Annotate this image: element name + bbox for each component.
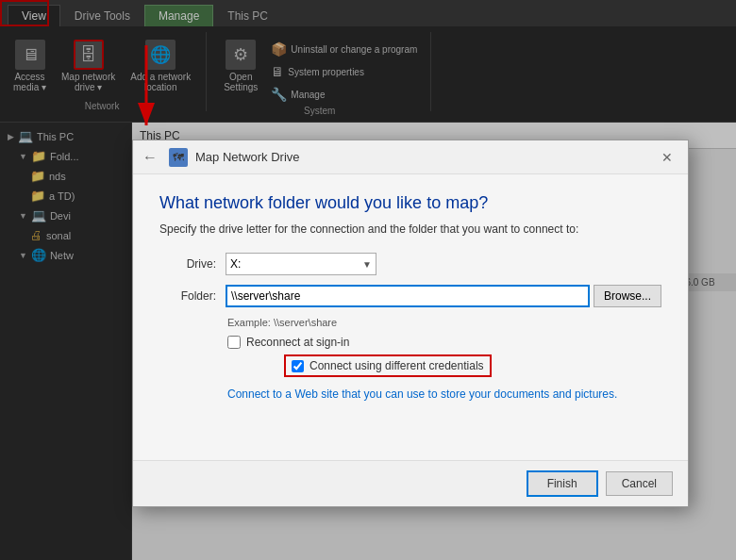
dialog-title-area: ← 🗺 Map Network Drive: [142, 148, 300, 167]
reconnect-label[interactable]: Reconnect at sign-in: [246, 336, 349, 349]
drive-label: Drive:: [159, 257, 216, 271]
close-icon: ✕: [661, 150, 673, 165]
browse-button[interactable]: Browse...: [594, 285, 661, 307]
folder-input-group: Browse...: [226, 285, 661, 307]
credentials-row: Connect using different credentials: [284, 354, 492, 377]
cancel-button[interactable]: Cancel: [606, 471, 673, 496]
finish-button[interactable]: Finish: [527, 470, 598, 497]
dialog-close-button[interactable]: ✕: [656, 146, 678, 169]
dialog-back-button[interactable]: ←: [142, 149, 158, 166]
drive-value: X:: [230, 257, 241, 271]
dialog-subtext: Specify the drive letter for the connect…: [159, 222, 661, 236]
dialog-footer: Finish Cancel: [133, 460, 688, 506]
credentials-checkbox[interactable]: [292, 360, 304, 372]
folder-label: Folder:: [159, 289, 216, 303]
example-text: Example: \\server\share: [227, 317, 661, 328]
credentials-section: Connect using different credentials: [222, 354, 661, 377]
dialog-body: What network folder would you like to ma…: [133, 174, 688, 460]
reconnect-checkbox[interactable]: [227, 336, 241, 349]
dialog-heading: What network folder would you like to ma…: [159, 193, 661, 213]
map-network-drive-dialog: ← 🗺 Map Network Drive ✕ What network fol…: [132, 140, 689, 507]
reconnect-row: Reconnect at sign-in: [227, 336, 661, 349]
drive-select[interactable]: X: ▼: [226, 253, 376, 275]
web-link[interactable]: Connect to a Web site that you can use t…: [227, 387, 617, 401]
drive-form-row: Drive: X: ▼: [159, 253, 661, 275]
folder-input[interactable]: [226, 285, 590, 307]
folder-form-row: Folder: Browse...: [159, 285, 661, 307]
drive-chevron-icon: ▼: [362, 259, 372, 270]
dialog-title-icon: 🗺: [169, 148, 188, 167]
dialog-titlebar: ← 🗺 Map Network Drive ✕: [133, 140, 688, 174]
dialog-title-text: Map Network Drive: [195, 150, 300, 164]
credentials-label[interactable]: Connect using different credentials: [309, 359, 484, 372]
